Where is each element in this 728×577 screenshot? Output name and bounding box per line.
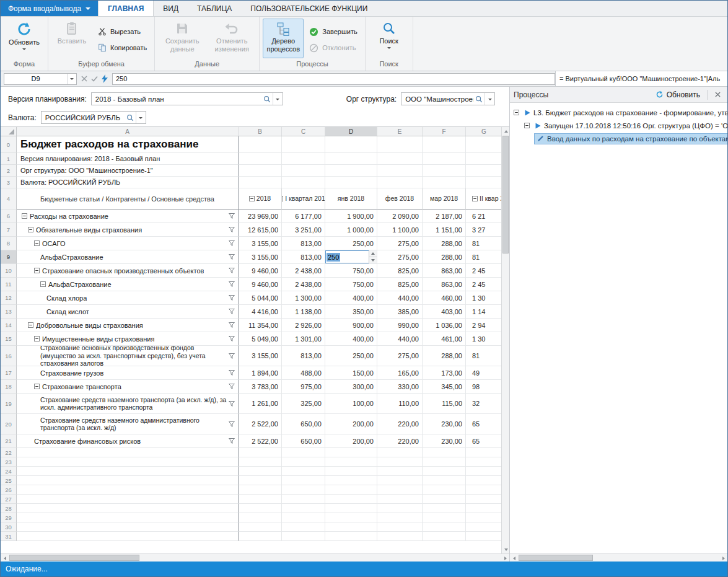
row-header-27[interactable]: 27 [1, 495, 17, 504]
version-filter-combo[interactable]: 2018 - Базовый план [91, 92, 283, 105]
cell-F2[interactable] [423, 165, 466, 177]
row-header-13[interactable]: 13 [1, 305, 17, 319]
cell-A27[interactable] [17, 495, 239, 504]
undo-changes-button[interactable]: Отменить изменения [208, 19, 256, 58]
chevron-down-icon[interactable] [485, 93, 494, 105]
row-header-2[interactable]: 2 [1, 165, 17, 177]
row-header-9[interactable]: 9 [1, 250, 17, 264]
row-header-28[interactable]: 28 [1, 504, 17, 513]
cell-B24[interactable] [239, 467, 282, 476]
cell-C18[interactable]: 975,00 [282, 380, 325, 394]
confirm-check-icon[interactable] [91, 76, 98, 82]
collapse-minus-icon[interactable] [524, 123, 530, 128]
cell-A23[interactable] [17, 457, 239, 467]
cell-B19[interactable]: 1 261,00 [239, 394, 282, 414]
cell-F28[interactable] [423, 504, 466, 513]
row-header-23[interactable]: 23 [1, 457, 17, 467]
cell-C28[interactable] [282, 504, 325, 513]
cell-E26[interactable] [377, 485, 423, 495]
collapse-minus-icon[interactable] [34, 336, 40, 341]
process-tree-item-2[interactable]: Ввод данных по расходам на страхование п… [510, 132, 727, 145]
cell-C9[interactable]: 813,00 [282, 250, 325, 264]
cell-G23[interactable] [466, 457, 501, 467]
scroll-down-button[interactable] [502, 545, 510, 553]
row-header-18[interactable]: 18 [1, 380, 17, 394]
cell-B9[interactable]: 3 155,00 [239, 250, 282, 264]
cell-B8[interactable]: 3 155,00 [239, 237, 282, 250]
column-header-G[interactable]: G [466, 127, 501, 136]
column-header-E[interactable]: E [377, 127, 423, 136]
cell-C3[interactable] [282, 177, 325, 188]
cell-B10[interactable]: 9 460,00 [239, 264, 282, 278]
cell-G6[interactable]: 6 21 [466, 209, 501, 223]
cell-E25[interactable] [377, 476, 423, 485]
cell-E23[interactable] [377, 457, 423, 467]
spinner-up[interactable] [369, 250, 377, 257]
cell-G2[interactable] [466, 165, 501, 177]
cell-C19[interactable]: 325,00 [282, 394, 325, 414]
filter-funnel-icon[interactable] [229, 384, 235, 389]
cell-G12[interactable]: 1 30 [466, 291, 501, 305]
filter-funnel-icon[interactable] [229, 240, 235, 246]
cell-E1[interactable] [377, 153, 423, 165]
cell-B14[interactable]: 11 354,00 [239, 319, 282, 332]
cell-F19[interactable]: 115,00 [423, 394, 466, 414]
cell-A11[interactable]: АльфаСтрахование [17, 278, 239, 291]
filter-funnel-icon[interactable] [229, 421, 235, 427]
cell-D19[interactable]: 100,00 [325, 394, 377, 414]
cell-A1[interactable]: Версия планирования: 2018 - Базовый план [17, 153, 239, 165]
cell-E24[interactable] [377, 467, 423, 476]
cell-D4[interactable]: янв 2018 [325, 188, 377, 209]
cell-C22[interactable] [282, 448, 325, 457]
row-header-0[interactable]: 0 [1, 136, 17, 153]
cell-C20[interactable]: 650,00 [282, 414, 325, 434]
collapse-minus-icon[interactable] [34, 384, 40, 389]
filter-funnel-icon[interactable] [229, 370, 235, 376]
cell-B27[interactable] [239, 495, 282, 504]
cell-D3[interactable] [325, 177, 377, 188]
cell-E7[interactable]: 1 100,00 [377, 223, 423, 237]
search-button[interactable]: Поиск [369, 19, 410, 58]
cell-C8[interactable]: 813,00 [282, 237, 325, 250]
cell-E17[interactable]: 165,00 [377, 366, 423, 380]
cell-G26[interactable] [466, 485, 501, 495]
cell-F27[interactable] [423, 495, 466, 504]
cell-F21[interactable]: 230,00 [423, 434, 466, 448]
cell-A3[interactable]: Валюта: РОССИЙСКИЙ РУБЛЬ [17, 177, 239, 188]
cell-A10[interactable]: Страхование опасных производственных объ… [17, 264, 239, 278]
cell-F18[interactable]: 345,00 [423, 380, 466, 394]
cell-D14[interactable]: 900,00 [325, 319, 377, 332]
cell-B23[interactable] [239, 457, 282, 467]
select-all-corner[interactable] [1, 127, 17, 136]
cell-A18[interactable]: Страхование транспорта [17, 380, 239, 394]
paste-button[interactable]: Вставить [51, 19, 92, 58]
cell-D12[interactable]: 400,00 [325, 291, 377, 305]
cell-C27[interactable] [282, 495, 325, 504]
column-header-D[interactable]: D [325, 127, 377, 136]
row-header-1[interactable]: 1 [1, 153, 17, 165]
search-icon[interactable] [261, 95, 273, 103]
cell-B7[interactable]: 12 615,00 [239, 223, 282, 237]
cell-F26[interactable] [423, 485, 466, 495]
cell-C30[interactable] [282, 522, 325, 532]
filter-funnel-icon[interactable] [229, 322, 235, 328]
cell-A7[interactable]: Обязательные виды страхования [17, 223, 239, 237]
chevron-down-icon[interactable] [273, 93, 283, 105]
cell-E9[interactable]: 275,00 [377, 250, 423, 264]
cell-B17[interactable]: 1 894,00 [239, 366, 282, 380]
cell-D15[interactable]: 400,00 [325, 332, 377, 346]
cell-C14[interactable]: 2 926,00 [282, 319, 325, 332]
cell-A14[interactable]: Добровольные виды страхования [17, 319, 239, 332]
row-header-19[interactable]: 19 [1, 394, 17, 414]
cell-D28[interactable] [325, 504, 377, 513]
cell-A2[interactable]: Орг структура: ООО "Машиностроение-1" [17, 165, 239, 177]
cell-A12[interactable]: Склад хлора [17, 291, 239, 305]
cell-D7[interactable]: 1 000,00 [325, 223, 377, 237]
filter-funnel-icon[interactable] [229, 353, 235, 359]
cell-E19[interactable]: 110,00 [377, 394, 423, 414]
cell-A16[interactable]: Страхование основных производственных фо… [17, 346, 239, 366]
cell-G22[interactable] [466, 448, 501, 457]
refresh-button[interactable]: Обновить [4, 19, 45, 58]
cell-F12[interactable]: 460,00 [423, 291, 466, 305]
cell-C7[interactable]: 3 251,00 [282, 223, 325, 237]
